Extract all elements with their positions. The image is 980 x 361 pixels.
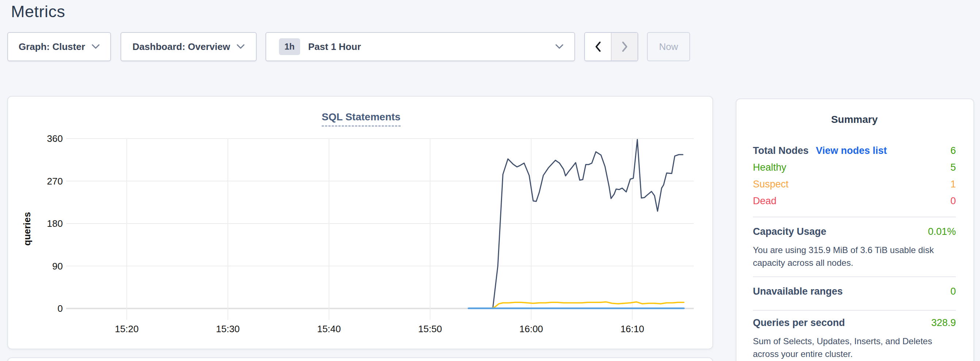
sql-statements-chart-card: 09018027036015:2015:3015:4015:5016:0016:…: [7, 96, 713, 349]
capacity-usage-description: You are using 315.9 MiB of 3.6 TiB usabl…: [753, 244, 956, 269]
suspect-nodes-row: Suspect 1: [753, 179, 956, 195]
chevron-down-icon: [555, 44, 563, 49]
x-tick-label: 15:40: [317, 323, 340, 334]
chart-title[interactable]: SQL Statements: [322, 111, 401, 127]
y-axis-label: queries: [22, 207, 33, 251]
chevron-left-icon: [595, 41, 601, 52]
y-tick-label: 270: [47, 176, 63, 187]
x-tick-label: 15:50: [418, 323, 442, 334]
healthy-value: 5: [950, 162, 956, 173]
unavailable-ranges-label: Unavailable ranges: [753, 286, 843, 297]
unavailable-ranges-section: Unavailable ranges 0: [753, 276, 956, 301]
dashboard-dropdown-label: Dashboard: Overview: [132, 41, 230, 52]
dead-value: 0: [950, 195, 956, 207]
summary-panel: Summary Total Nodes View nodes list 6 He…: [736, 98, 974, 361]
x-tick-label: 15:20: [115, 323, 139, 334]
healthy-label: Healthy: [753, 162, 786, 173]
x-tick-label: 16:00: [519, 323, 543, 334]
view-nodes-list-link[interactable]: View nodes list: [816, 145, 887, 157]
chevron-right-icon: [622, 41, 628, 52]
summary-heading: Summary: [753, 114, 956, 125]
total-nodes-value: 6: [950, 145, 956, 157]
time-range-dropdown[interactable]: 1h Past 1 Hour: [266, 32, 575, 61]
y-tick-label: 180: [47, 218, 63, 229]
graph-dropdown[interactable]: Graph: Cluster: [7, 32, 111, 61]
next-time-button[interactable]: [611, 33, 638, 60]
time-range-label: Past 1 Hour: [308, 41, 361, 52]
y-tick-label: 0: [58, 303, 63, 314]
now-button[interactable]: Now: [647, 32, 690, 61]
queries-per-second-description: Sum of Selects, Updates, Inserts, and De…: [753, 335, 956, 360]
time-step-group: [584, 32, 638, 61]
capacity-usage-value: 0.01%: [928, 226, 956, 238]
page-title: Metrics: [11, 2, 65, 21]
graph-dropdown-label: Graph: Cluster: [19, 41, 85, 52]
dead-label: Dead: [753, 195, 776, 207]
total-nodes-row: Total Nodes View nodes list 6: [753, 145, 956, 162]
next-chart-card: [7, 357, 713, 361]
line-chart[interactable]: 09018027036015:2015:3015:4015:5016:0016:…: [8, 97, 714, 350]
queries-per-second-section: Queries per second 328.9 Sum of Selects,…: [753, 310, 956, 360]
capacity-usage-label: Capacity Usage: [753, 226, 826, 238]
y-tick-label: 90: [52, 261, 63, 272]
total-nodes-label: Total Nodes: [753, 145, 809, 157]
y-tick-label: 360: [47, 133, 63, 144]
healthy-nodes-row: Healthy 5: [753, 162, 956, 179]
x-tick-label: 15:30: [216, 323, 240, 334]
time-range-badge: 1h: [279, 38, 300, 55]
queries-per-second-value: 328.9: [931, 317, 956, 329]
queries-per-second-label: Queries per second: [753, 317, 845, 329]
chevron-down-icon: [92, 44, 100, 49]
suspect-value: 1: [950, 179, 956, 190]
prev-time-button[interactable]: [585, 33, 611, 60]
capacity-usage-section: Capacity Usage 0.01% You are using 315.9…: [753, 217, 956, 269]
chevron-down-icon: [237, 44, 245, 49]
unavailable-ranges-value: 0: [950, 286, 956, 297]
dashboard-dropdown[interactable]: Dashboard: Overview: [121, 32, 257, 61]
dead-nodes-row: Dead 0: [753, 195, 956, 212]
chart-series-navy: [493, 140, 683, 309]
x-tick-label: 16:10: [620, 323, 644, 334]
suspect-label: Suspect: [753, 179, 789, 190]
